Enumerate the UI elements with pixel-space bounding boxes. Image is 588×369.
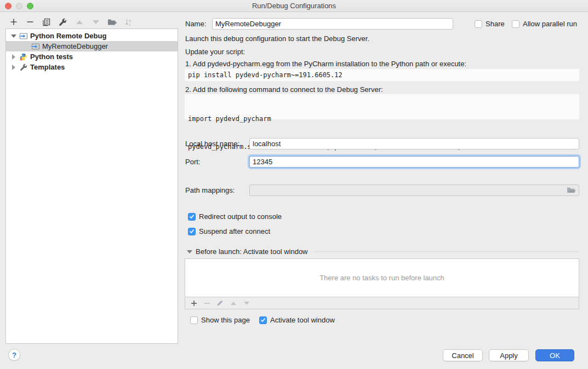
suspend-after-connect-row[interactable]: Suspend after connect xyxy=(188,227,270,235)
port-input[interactable] xyxy=(249,156,579,168)
local-host-name-label: Local host name: xyxy=(185,138,239,149)
suspend-after-connect-checkbox[interactable] xyxy=(188,228,196,235)
instruction-line: Launch this debug configuration to start… xyxy=(185,34,369,43)
chevron-right-icon[interactable] xyxy=(10,65,17,70)
share-checkbox-row[interactable]: Share xyxy=(475,20,505,28)
python-tests-icon xyxy=(19,53,28,61)
sort-alphabetically-icon: az xyxy=(124,18,133,26)
instruction-step-1: 1. Add pydevd-pycharm.egg from the PyCha… xyxy=(185,60,466,68)
share-checkbox[interactable] xyxy=(475,20,482,28)
redirect-output-row[interactable]: Redirect output to console xyxy=(188,212,282,221)
port-label: Port: xyxy=(185,156,200,168)
tree-item-label: Templates xyxy=(30,63,65,71)
code-line: import pydevd_pycharm xyxy=(188,114,576,124)
titlebar: Run/Debug Configurations xyxy=(0,0,588,12)
wrench-icon xyxy=(19,64,28,71)
suspend-after-connect-label: Suspend after connect xyxy=(199,227,270,235)
redirect-output-checkbox[interactable] xyxy=(188,213,196,221)
apply-button[interactable]: Apply xyxy=(489,349,529,361)
share-label: Share xyxy=(486,20,505,28)
name-label: Name: xyxy=(185,18,206,30)
empty-tasks-message: There are no tasks to run before launch xyxy=(319,274,444,282)
configurations-tree: Python Remote Debug MyRemoteDebugger Pyt… xyxy=(5,28,178,344)
move-up-icon xyxy=(75,18,84,26)
svg-text:z: z xyxy=(129,22,131,26)
remote-debug-icon xyxy=(19,32,28,40)
tree-item-label: Python Remote Debug xyxy=(30,32,106,40)
before-launch-toolbar xyxy=(185,297,579,309)
remove-configuration-icon[interactable] xyxy=(25,18,35,26)
before-launch-task-list[interactable]: There are no tasks to run before launch xyxy=(185,258,579,297)
before-launch-header[interactable]: Before launch: Activate tool window xyxy=(187,247,579,256)
show-this-page-row[interactable]: Show this page xyxy=(190,316,250,324)
name-input[interactable] xyxy=(212,18,453,30)
remote-debug-icon xyxy=(31,43,40,50)
move-task-up-icon xyxy=(229,299,237,308)
check-icon xyxy=(260,318,266,322)
activate-tool-window-label: Activate tool window xyxy=(270,316,335,324)
add-configuration-icon[interactable] xyxy=(9,18,18,26)
settrace-code-block: import pydevd_pycharm pydevd_pycharm.set… xyxy=(185,94,579,119)
tree-item-myremotedebugger[interactable]: MyRemoteDebugger xyxy=(6,41,178,51)
configurations-toolbar: az xyxy=(9,16,133,27)
path-mappings-field[interactable] xyxy=(249,184,579,196)
chevron-right-icon[interactable] xyxy=(10,54,17,60)
local-host-name-input[interactable] xyxy=(249,138,579,149)
tree-item-python-tests[interactable]: Python tests xyxy=(6,51,178,62)
check-icon xyxy=(189,229,195,234)
move-down-icon xyxy=(91,18,100,26)
help-button[interactable]: ? xyxy=(8,349,20,361)
ok-button[interactable]: OK xyxy=(535,349,574,361)
before-launch-title: Before launch: Activate tool window xyxy=(196,247,308,256)
chevron-down-icon[interactable] xyxy=(187,250,192,253)
configuration-editor: Name: Share Allow parallel run Launch th… xyxy=(185,12,579,341)
folder-icon[interactable] xyxy=(567,187,576,194)
instruction-step-2: 2. Add the following command to connect … xyxy=(185,85,383,94)
check-icon xyxy=(189,214,195,219)
copy-configuration-icon[interactable] xyxy=(42,18,51,26)
tree-item-python-remote-debug[interactable]: Python Remote Debug xyxy=(6,31,178,41)
path-mappings-label: Path mappings: xyxy=(185,184,235,196)
cancel-button[interactable]: Cancel xyxy=(443,349,483,361)
show-this-page-checkbox[interactable] xyxy=(190,316,198,324)
edit-templates-icon[interactable] xyxy=(58,18,67,26)
section-separator xyxy=(315,251,579,252)
allow-parallel-run-label: Allow parallel run xyxy=(523,20,577,28)
help-icon: ? xyxy=(12,351,16,359)
chevron-down-icon[interactable] xyxy=(10,34,17,38)
activate-tool-window-row[interactable]: Activate tool window xyxy=(259,316,335,324)
activate-tool-window-checkbox[interactable] xyxy=(259,316,267,324)
run-debug-configurations-dialog: Run/Debug Configurations az Python Remo xyxy=(0,0,588,369)
tree-item-label: Python tests xyxy=(30,53,73,61)
add-task-icon[interactable] xyxy=(190,299,198,308)
tree-item-label: MyRemoteDebugger xyxy=(42,42,108,50)
redirect-output-label: Redirect output to console xyxy=(199,212,282,221)
svg-text:a: a xyxy=(129,18,131,22)
allow-parallel-run-row[interactable]: Allow parallel run xyxy=(512,20,577,28)
edit-task-icon xyxy=(216,299,224,308)
new-folder-icon[interactable] xyxy=(107,18,117,26)
instruction-line: Update your script: xyxy=(185,48,245,56)
window-title: Run/Debug Configurations xyxy=(0,2,588,10)
dialog-footer: ? Cancel Apply OK xyxy=(0,345,588,369)
remove-task-icon xyxy=(203,299,211,308)
move-task-down-icon xyxy=(242,299,250,308)
tree-item-templates[interactable]: Templates xyxy=(6,62,178,72)
allow-parallel-run-checkbox[interactable] xyxy=(512,20,520,28)
pip-install-code-block: pip install pydevd-pycharm~=191.6605.12 xyxy=(185,69,579,81)
show-this-page-label: Show this page xyxy=(201,316,250,324)
